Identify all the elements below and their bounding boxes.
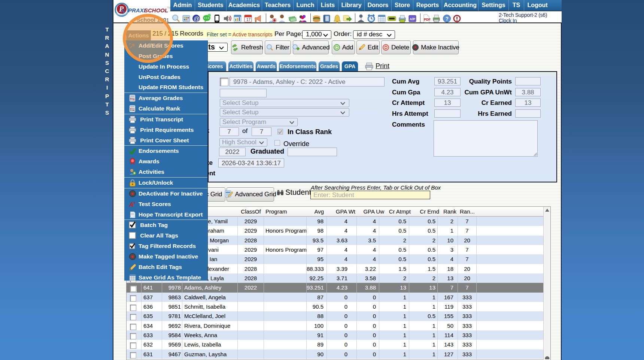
svg-text:PDF: PDF [424,18,431,21]
svg-text:S: S [121,7,125,15]
svg-text:?: ? [445,16,449,22]
svg-text:A: A [129,201,134,208]
svg-text:TM: TM [167,6,170,9]
svg-text:PRAXI: PRAXI [128,7,146,13]
svg-text:@: @ [194,16,200,22]
svg-text:SCHOOL: SCHOOL [144,7,168,13]
svg-text:A/P: A/P [410,17,415,21]
svg-text:+: + [134,201,136,205]
svg-text:17: 17 [246,18,251,22]
